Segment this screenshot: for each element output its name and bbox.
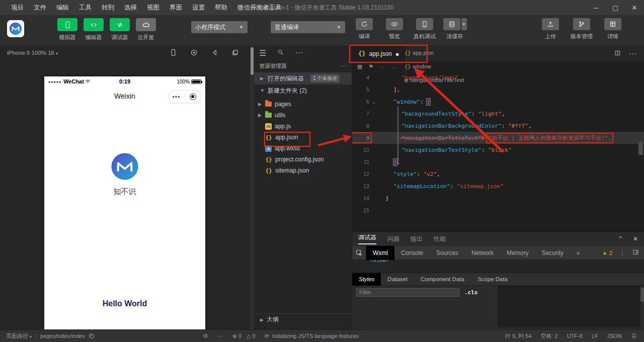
menu-item-帮助[interactable]: 帮助 xyxy=(210,0,232,15)
devtools-tab-network[interactable]: Network xyxy=(465,246,500,260)
devtools-tab-memory[interactable]: Memory xyxy=(500,246,535,260)
side-scrollbar[interactable] xyxy=(640,288,644,302)
menu-item-编辑[interactable]: 编辑 xyxy=(51,0,74,15)
problem-counters[interactable]: ⊗ 0 △ 0 xyxy=(232,333,256,339)
编辑器-button[interactable]: 编辑器 xyxy=(82,18,106,41)
file-sitemap-json[interactable]: {}sitemap.json xyxy=(254,165,352,176)
devtools-tab-security[interactable]: Security xyxy=(535,246,570,260)
code-line-13[interactable]: 13"sitemapLocation": "sitemap.json" xyxy=(352,180,644,192)
bell-icon[interactable] xyxy=(631,333,637,339)
fold-icon[interactable]: ⌄ xyxy=(369,99,378,105)
menu-item-转到[interactable]: 转到 xyxy=(97,0,119,15)
screen-record-icon[interactable] xyxy=(190,49,198,57)
chevron-down-icon[interactable]: ▼ xyxy=(461,18,467,30)
file-utils[interactable]: ▶utils xyxy=(254,110,352,121)
code-line-14[interactable]: 14} xyxy=(352,192,644,204)
device-selector[interactable]: iPhone 5 100% 16 ▾ xyxy=(7,50,58,56)
code-line-8[interactable]: 8"navigationBarBackgroundColor": "#fff", xyxy=(352,120,644,132)
devtools-tab-console[interactable]: Console xyxy=(394,246,430,260)
debug-tab-输出[interactable]: 输出 xyxy=(411,235,423,243)
预览-button[interactable]: 预览 xyxy=(382,18,407,40)
menu-item-微信开发者工具[interactable]: 微信开发者工具 xyxy=(232,0,287,15)
编译-button[interactable]: 编译 xyxy=(352,18,376,40)
styles-tab-dataset[interactable]: Dataset xyxy=(381,273,414,286)
menu-item-工具[interactable]: 工具 xyxy=(74,0,97,15)
preview-eye-icon[interactable] xyxy=(203,333,209,339)
rotate-icon[interactable] xyxy=(211,49,218,57)
kebab-menu-icon[interactable]: ⋮ xyxy=(619,249,625,256)
file-app-wxss[interactable]: 3app.wxss xyxy=(254,143,352,154)
版本管理-button[interactable]: 版本管理 xyxy=(570,18,594,40)
device-frame-icon[interactable] xyxy=(170,49,177,57)
code-line-12[interactable]: 12"style": "v2", xyxy=(352,168,644,180)
模拟器-button[interactable]: 模拟器 xyxy=(55,18,79,41)
debug-tab-性能[interactable]: 性能 xyxy=(434,235,446,243)
styles-tab-component-data[interactable]: Component Data xyxy=(414,273,471,286)
maximize-button[interactable]: ▢ xyxy=(606,0,625,15)
清缓存-button[interactable]: ▼清缓存 xyxy=(443,18,467,40)
more-icon[interactable]: ··· xyxy=(340,63,347,69)
menu-item-项目[interactable]: 项目 xyxy=(6,0,29,15)
close-panel-icon[interactable]: ✕ xyxy=(633,235,638,242)
mode-select[interactable]: 小程序模式 ▼ xyxy=(191,21,248,33)
file-pages[interactable]: ▶pages xyxy=(254,99,352,110)
styles-tab-scope-data[interactable]: Scope Data xyxy=(471,273,514,286)
more-icon[interactable]: ••• xyxy=(169,94,185,99)
file-app-json[interactable]: {}app.json xyxy=(254,132,352,143)
statusbar-item[interactable]: JSON xyxy=(607,333,622,339)
forward-icon[interactable]: → xyxy=(391,63,396,70)
debug-tab-问题[interactable]: 问题 xyxy=(387,235,399,243)
code-line-5[interactable]: 5], xyxy=(352,83,644,96)
collapse-panel-icon[interactable]: ⌃ xyxy=(618,235,623,242)
file-app-js[interactable]: JSapp.js xyxy=(254,121,352,132)
statusbar-item[interactable]: 行 9, 列 54 xyxy=(505,332,532,340)
styles-tab-styles[interactable]: Styles xyxy=(352,273,381,286)
devtools-tab-sources[interactable]: Sources xyxy=(430,246,465,260)
root-folder-row[interactable]: ▼ 新建文件夹 (2) xyxy=(254,84,352,97)
split-editor-icon[interactable] xyxy=(614,49,621,58)
more-icon[interactable]: ··· xyxy=(295,48,303,57)
menu-item-界面[interactable]: 界面 xyxy=(165,0,187,15)
调试器-button[interactable]: 调试器 xyxy=(108,18,132,41)
code-line-6[interactable]: 6⌄"window": { xyxy=(352,96,644,108)
menu-item-视图[interactable]: 视图 xyxy=(142,0,165,15)
panel-scrollbar[interactable] xyxy=(250,46,254,329)
code-line-15[interactable]: 15 xyxy=(352,204,644,216)
code-line-4[interactable]: 4"pages/logs/logs" xyxy=(352,71,644,83)
copy-icon[interactable] xyxy=(89,333,95,339)
wxml-tree-strip[interactable]: <view> xyxy=(352,260,644,273)
outline-section[interactable]: ▶ 大纲 xyxy=(254,313,352,325)
overflow-tabs-icon[interactable]: » xyxy=(570,246,587,260)
code-editor[interactable]: 4"pages/logs/logs"5],6⌄"window": {7"back… xyxy=(352,71,644,231)
statusbar-item[interactable]: UTF-8 xyxy=(567,333,583,339)
open-editors-row[interactable]: ▶ 打开的编辑器 1 个未保存 xyxy=(254,72,352,84)
statusbar-item[interactable]: 空格: 2 xyxy=(540,332,557,340)
close-button[interactable]: ✕ xyxy=(625,0,644,15)
menu-item-选择[interactable]: 选择 xyxy=(119,0,142,15)
inspect-element-icon[interactable] xyxy=(352,246,366,260)
devtools-tab-wxml[interactable]: Wxml xyxy=(366,246,394,260)
debug-tab-调试器[interactable]: 调试器 xyxy=(358,233,376,244)
file-project-config-json[interactable]: {}project.config.json xyxy=(254,154,352,165)
code-line-9[interactable]: 9"navigationBarTitleText": "知不识 | 互联网人的搜… xyxy=(352,132,644,144)
bookmark-icon[interactable]: ⚑ xyxy=(368,63,373,70)
more-icon[interactable]: ··· xyxy=(629,49,637,58)
tab-app-json[interactable]: {} app.json ● xyxy=(352,46,406,61)
statusbar-item[interactable]: LF xyxy=(592,333,598,339)
menu-item-文件[interactable]: 文件 xyxy=(29,0,51,15)
warning-counter[interactable]: ▲2 xyxy=(602,250,612,256)
dock-side-icon[interactable] xyxy=(632,249,639,257)
真机调试-button[interactable]: 真机调试 xyxy=(413,18,437,40)
code-line-7[interactable]: 7"backgroundTextStyle": "light", xyxy=(352,108,644,120)
menu-item-设置[interactable]: 设置 xyxy=(187,0,210,15)
file-list-icon[interactable]: ☰ xyxy=(259,48,266,58)
code-line-10[interactable]: 10"navigationBarTextStyle": "black" xyxy=(352,144,644,156)
breadcrumb-item-app.json[interactable]: {}app.json xyxy=(405,50,464,56)
code-line-11[interactable]: 11}, xyxy=(352,156,644,168)
grid-icon[interactable]: ▦ xyxy=(357,63,362,70)
filter-input[interactable] xyxy=(356,288,459,297)
上传-button[interactable]: 上传 xyxy=(538,18,562,40)
详情-button[interactable]: 详情 xyxy=(601,18,625,40)
compile-mode-select[interactable]: 普通编译 ▼ xyxy=(271,21,345,33)
page-path-selector[interactable]: 页面路径 ▾ xyxy=(6,332,32,340)
